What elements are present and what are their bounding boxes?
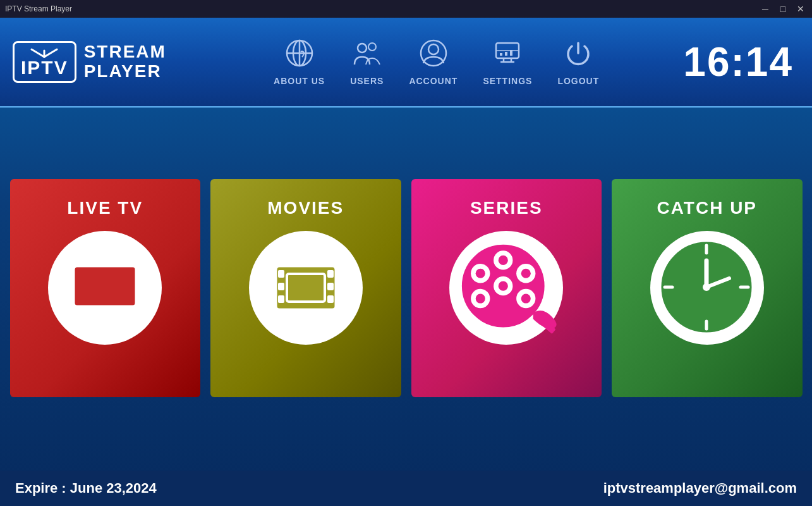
header: IPTV STREAM PLAYER ABOUT US <box>0 18 812 108</box>
nav-label-logout: LOGOUT <box>557 76 599 86</box>
svg-rect-14 <box>505 52 507 56</box>
main-content: LIVE TV MOVIES <box>0 108 812 468</box>
svg-point-39 <box>521 269 531 278</box>
nav-item-users[interactable]: USERS <box>350 38 384 86</box>
svg-point-8 <box>368 43 376 51</box>
close-button[interactable]: ✕ <box>794 4 807 14</box>
maximize-button[interactable]: □ <box>777 4 789 14</box>
catch-up-title: CATCH UP <box>657 198 757 218</box>
nav-item-settings[interactable]: SETTINGS <box>483 38 532 86</box>
svg-rect-22 <box>98 307 103 316</box>
svg-point-7 <box>358 44 367 52</box>
globe-icon <box>284 38 315 72</box>
window-title: IPTV Stream Player <box>5 4 72 13</box>
account-icon <box>418 38 449 72</box>
svg-line-1 <box>44 49 57 57</box>
main-nav: ABOUT US USERS <box>190 38 683 86</box>
nav-item-about-us[interactable]: ABOUT US <box>274 38 325 86</box>
svg-rect-23 <box>86 314 124 319</box>
logo-iptv-text: IPTV <box>21 58 68 77</box>
svg-point-43 <box>476 269 485 278</box>
logo-stream-player: STREAM PLAYER <box>84 42 166 82</box>
svg-line-0 <box>32 49 44 57</box>
svg-rect-32 <box>327 295 334 303</box>
svg-rect-27 <box>278 270 284 278</box>
svg-point-55 <box>703 283 710 291</box>
email-text: iptvstreamplayer@gmail.com <box>603 480 797 497</box>
series-card[interactable]: SERIES <box>411 179 602 397</box>
movies-card[interactable]: MOVIES <box>210 179 401 397</box>
series-icon-circle <box>449 231 563 345</box>
nav-item-logout[interactable]: LOGOUT <box>557 38 599 86</box>
svg-point-45 <box>476 293 485 303</box>
nav-item-account[interactable]: ACCOUNT <box>409 38 458 86</box>
svg-point-37 <box>499 256 508 265</box>
cards-grid: LIVE TV MOVIES <box>5 179 808 397</box>
nav-label-users: USERS <box>350 76 384 86</box>
live-tv-title: LIVE TV <box>67 198 143 218</box>
live-tv-icon-circle <box>48 231 162 345</box>
svg-rect-15 <box>510 50 512 56</box>
svg-rect-20 <box>76 269 133 304</box>
svg-rect-28 <box>278 283 284 290</box>
title-bar: IPTV Stream Player ─ □ ✕ <box>0 0 812 18</box>
window-controls: ─ □ ✕ <box>759 4 807 14</box>
clock-area: 16:14 <box>683 39 812 85</box>
nav-label-settings: SETTINGS <box>483 76 532 86</box>
logo-area: IPTV STREAM PLAYER <box>0 41 190 83</box>
footer: Expire : June 23,2024 iptvstreamplayer@g… <box>0 471 812 506</box>
movies-title: MOVIES <box>267 198 344 218</box>
logo-box: IPTV <box>13 41 76 83</box>
users-icon <box>352 38 382 72</box>
svg-rect-13 <box>500 53 502 56</box>
svg-point-41 <box>521 293 531 303</box>
live-tv-card[interactable]: LIVE TV <box>10 179 201 397</box>
nav-label-about-us: ABOUT US <box>274 76 325 86</box>
movies-icon-circle <box>249 231 363 345</box>
svg-rect-29 <box>278 295 284 303</box>
clock-display: 16:14 <box>683 39 793 85</box>
catch-up-icon-circle <box>650 231 764 345</box>
expire-text: Expire : June 23,2024 <box>15 480 157 497</box>
power-icon <box>563 38 593 72</box>
svg-point-35 <box>499 281 508 291</box>
svg-rect-31 <box>327 283 334 290</box>
svg-rect-30 <box>327 270 334 278</box>
svg-rect-26 <box>287 274 325 302</box>
svg-point-10 <box>428 44 439 54</box>
series-title: SERIES <box>470 198 543 218</box>
nav-label-account: ACCOUNT <box>409 76 458 86</box>
minimize-button[interactable]: ─ <box>759 4 772 14</box>
catch-up-card[interactable]: CATCH UP <box>612 179 803 397</box>
settings-icon <box>492 38 523 72</box>
